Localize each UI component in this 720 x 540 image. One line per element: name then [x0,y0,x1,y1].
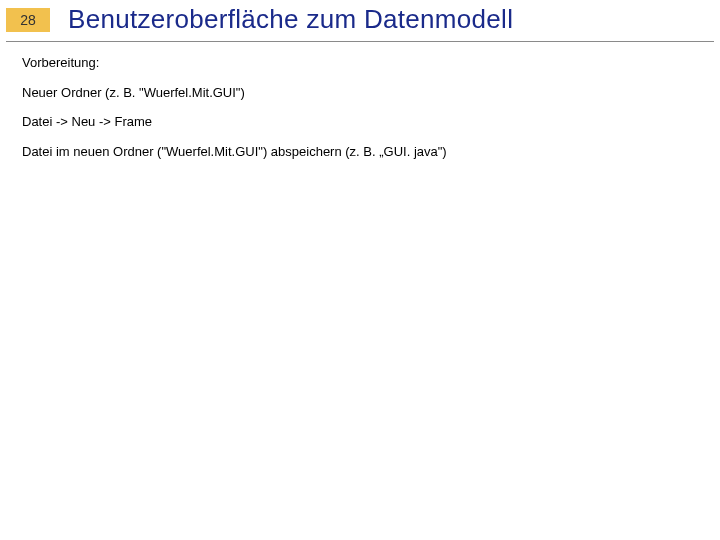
body-line-4: Datei im neuen Ordner ("Wuerfel.Mit.GUI"… [22,143,720,161]
header-divider [6,41,714,42]
body-line-3: Datei -> Neu -> Frame [22,113,720,131]
body-line-1: Vorbereitung: [22,54,720,72]
slide-number: 28 [6,8,50,32]
body-line-2: Neuer Ordner (z. B. "Wuerfel.Mit.GUI") [22,84,720,102]
slide-title: Benutzeroberfläche zum Datenmodell [68,4,513,35]
slide-body: Vorbereitung: Neuer Ordner (z. B. "Wuerf… [0,52,720,160]
slide-header: 28 Benutzeroberfläche zum Datenmodell [0,0,720,35]
slide: 28 Benutzeroberfläche zum Datenmodell Vo… [0,0,720,540]
